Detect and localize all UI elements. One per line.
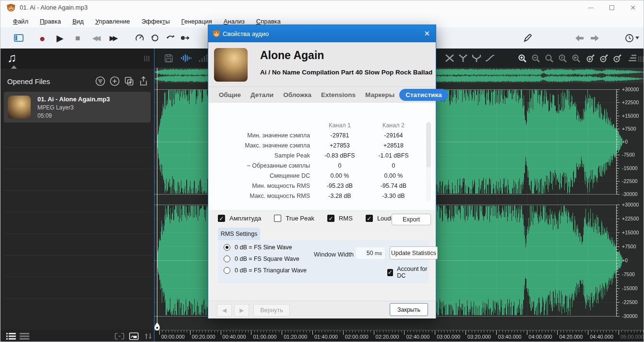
rms-settings-tab[interactable]: RMS Settings [218,228,260,240]
tab-extensions[interactable]: Extensions [316,89,360,101]
stop-button[interactable]: ■ [70,27,86,49]
zoom-one-icon[interactable] [556,49,569,68]
song-subtitle: Ai / No Name Compilation Part 40 Slow Po… [260,69,432,76]
menu-item-4[interactable]: Эффекты [136,16,176,27]
time-label: 02:40.000 [406,334,429,340]
vzoom-reset-icon[interactable] [610,49,624,68]
file-format: MPEG Layer3 [37,104,110,111]
filter-icon[interactable] [95,75,106,87]
amplitude-label: +22500 [622,216,639,221]
menu-item-1[interactable]: Правка [34,16,67,27]
export-button[interactable]: Export [392,214,431,225]
file-list-item[interactable]: 01. Ai - Alone Again.mp3 MPEG Layer3 05:… [4,92,151,122]
nav-back-icon[interactable] [572,27,586,49]
add-file-icon[interactable] [109,75,120,87]
stats-scrollbar[interactable] [426,122,431,201]
amplitude-label: +30000 [622,86,639,92]
next-file-button[interactable]: ▶ [234,304,249,317]
prev-file-button[interactable]: ◀ [217,304,232,317]
active-panel-pointer [11,65,17,69]
file-duration: 05:09 [37,112,110,119]
dialog-close-icon[interactable]: ✕ [424,29,430,38]
nav-forward-icon[interactable] [588,27,601,49]
playhead-line[interactable] [157,68,157,327]
merge-channels-icon[interactable] [469,49,484,68]
checkbox-амплитуда[interactable]: ✓ [218,215,225,222]
checkbox-label: Амплитуда [229,215,261,222]
fade-icon[interactable] [483,49,497,68]
sort-icon[interactable] [143,332,153,340]
play-from-cursor-icon[interactable] [178,27,193,49]
vzoom-in-icon[interactable] [584,49,597,68]
minimize-button[interactable] [580,0,601,15]
stat-row: Макс. мощность RMS-3.28 dB-3.30 dB [211,191,420,201]
tab-общие[interactable]: Общие [214,89,246,101]
loop-icon[interactable] [147,27,163,49]
dialog-titlebar[interactable]: Свойства аудио ✕ [208,25,436,42]
loop-once-icon[interactable] [163,27,178,49]
account-for-dc-label: Account for DC [397,266,429,279]
tab-маркеры[interactable]: Маркеры [360,89,399,101]
time-label: 02:20.000 [376,334,399,340]
window-width-field[interactable]: 50 ms [356,247,385,259]
amplitude-label: +30000 [622,202,639,208]
edit-pen-icon[interactable] [520,27,535,49]
compact-view-icon[interactable] [20,332,29,340]
fast-forward-button[interactable]: ▶▶ [104,27,121,49]
save-icon[interactable] [161,49,176,68]
time-label: 04:00.000 [529,334,552,340]
preview-icon[interactable] [129,332,139,340]
zoom-in-icon[interactable] [515,49,529,68]
amplitude-label: -7500 [622,271,635,277]
tab-обложка[interactable]: Обложка [278,89,316,101]
radio-row[interactable]: 0 dB = FS Sine Wave [224,244,292,251]
play-button[interactable]: ▶ [52,27,68,49]
time-label: 05:00.000 [620,334,644,340]
time-label: 00:00.000 [161,334,185,340]
record-button[interactable]: ● [34,27,50,49]
swap-channels-icon[interactable] [442,49,457,68]
account-for-dc-checkbox[interactable]: ✓ [387,269,393,276]
stat-col-header: Канал 2 [367,122,420,129]
menu-item-2[interactable]: Вид [67,16,90,27]
radio-row[interactable]: 0 dB = FS Square Wave [224,256,299,262]
dialog-close-button[interactable]: Закрыть [390,303,428,316]
checkbox-rms[interactable]: ✓ [327,215,334,222]
menu-item-0[interactable]: Файл [7,16,34,27]
account-for-dc-row[interactable]: ✓ Account for DC [387,266,429,279]
waveform-view-icon[interactable] [179,49,194,68]
checkbox-loudness[interactable]: ✓ [366,215,373,222]
link-icon[interactable] [115,332,124,340]
dialog-album-art [214,48,248,82]
update-statistics-button[interactable]: Update Statistics [390,246,438,259]
amplitude-label: +15000 [622,230,639,235]
radio-row[interactable]: 0 dB = FS Triangular Wave [224,267,307,274]
vzoom-out-icon[interactable] [597,49,610,68]
zoom-fit-icon[interactable] [542,49,556,68]
sidebar-footer [0,330,154,342]
tab-статистика[interactable]: Статистика [399,89,448,101]
history-button[interactable] [622,27,642,49]
music-note-icon[interactable]: ♫ [7,50,17,65]
sidebar-drag-handle[interactable]: ||| [144,54,150,61]
zoom-selection-icon[interactable] [569,49,583,68]
maximize-button[interactable] [601,0,622,15]
sidebar-toggle-icon[interactable] [10,27,27,49]
duplicate-icon[interactable] [123,75,135,87]
playback-speed-icon[interactable] [132,27,147,49]
tab-детали[interactable]: Детали [246,89,278,101]
split-channels-icon[interactable] [456,49,470,68]
list-view-icon[interactable] [6,332,16,340]
dialog-footer: ◀ ▶ Вернуть Закрыть [208,301,436,318]
close-button[interactable]: ✕ [622,0,644,15]
amplitude-label: -15000 [622,165,638,171]
rewind-button[interactable]: ◀◀ [87,27,104,49]
amplitude-label: -30000 [622,191,638,197]
amplitude-label: +0 [622,139,628,145]
checkbox-true-peak[interactable] [274,215,281,222]
revert-button[interactable]: Вернуть [253,304,290,317]
share-icon[interactable] [138,75,149,87]
menu-item-3[interactable]: Управление [89,16,135,27]
zoom-out-icon[interactable] [529,49,542,68]
wave-toolbar-handle[interactable]: ||| [637,49,644,68]
